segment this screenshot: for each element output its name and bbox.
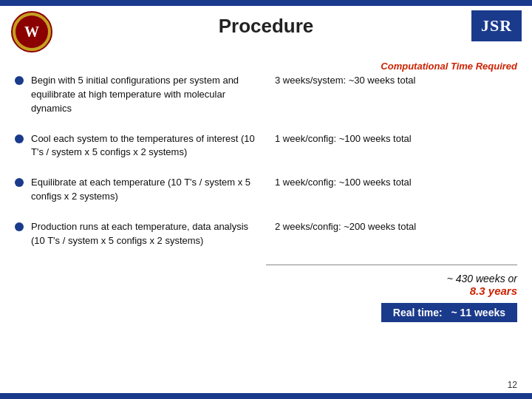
divider-line — [266, 265, 517, 265]
bullet-text-1: Cool each system to the temperatures of … — [31, 132, 260, 160]
years-text: 8.3 years — [15, 284, 517, 297]
bullet-row-3: Production runs at each temperature, dat… — [15, 220, 517, 248]
bullet-dot-3 — [15, 222, 24, 231]
bullet-text-0: Begin with 5 initial configurations per … — [31, 74, 260, 116]
bullet-text-3: Production runs at each temperature, dat… — [31, 220, 260, 248]
section-header: Computational Time Required — [381, 61, 517, 72]
bullet-text-2: Equilibrate at each temperature (10 T's … — [31, 176, 260, 204]
page-title: Procedure — [0, 15, 532, 38]
bullets-container: Begin with 5 initial configurations per … — [15, 74, 517, 248]
time-text-1: 1 week/config: ~100 weeks total — [275, 132, 517, 146]
bullet-row-0: Begin with 5 initial configurations per … — [15, 74, 517, 116]
real-time-box: Real time: ~ 11 weeks — [381, 303, 517, 322]
summary-area: ~ 430 weeks or 8.3 years Real time: ~ 11… — [15, 273, 517, 322]
bullet-dot-2 — [15, 178, 24, 187]
bullet-row-2: Equilibrate at each temperature (10 T's … — [15, 176, 517, 204]
bullet-row-1: Cool each system to the temperatures of … — [15, 132, 517, 160]
time-text-3: 2 weeks/config: ~200 weeks total — [275, 220, 517, 234]
bullet-dot-0 — [15, 76, 24, 85]
top-bar — [0, 0, 532, 6]
content-area: Begin with 5 initial configurations per … — [15, 74, 517, 377]
bullet-dot-1 — [15, 134, 24, 143]
bottom-bar — [0, 393, 532, 399]
real-time-label: Real time: — [393, 307, 443, 318]
time-text-2: 1 week/config: ~100 weeks total — [275, 176, 517, 190]
real-time-value: ~ 11 weeks — [451, 307, 505, 318]
time-text-0: 3 weeks/system: ~30 weeks total — [275, 74, 517, 88]
total-weeks-text: ~ 430 weeks or — [15, 273, 517, 284]
page-number: 12 — [508, 380, 517, 390]
